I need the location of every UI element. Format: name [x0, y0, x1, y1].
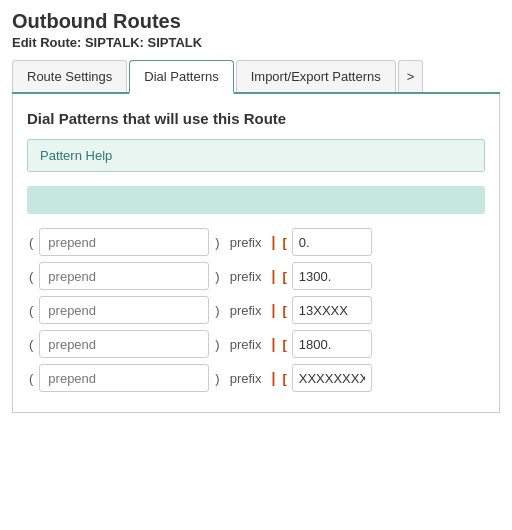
paren-open-1: ( — [27, 235, 35, 250]
bracket-open-5: [ — [281, 371, 287, 386]
dial-pattern-row: ( ) prefix | [ — [27, 296, 485, 324]
match-input-3[interactable] — [292, 296, 372, 324]
paren-open-4: ( — [27, 337, 35, 352]
pipe-separator-1: | — [269, 234, 277, 250]
tabs-bar: Route Settings Dial Patterns Import/Expo… — [12, 60, 500, 94]
content-panel: Dial Patterns that will use this Route P… — [12, 94, 500, 413]
tab-route-settings[interactable]: Route Settings — [12, 60, 127, 92]
pattern-help-label: Pattern Help — [40, 148, 112, 163]
paren-close-2: ) — [213, 269, 221, 284]
pipe-separator-2: | — [269, 268, 277, 284]
page-container: Outbound Routes Edit Route: SIPTALK: SIP… — [0, 0, 512, 425]
match-input-2[interactable] — [292, 262, 372, 290]
prepend-input-2[interactable] — [39, 262, 209, 290]
paren-close-4: ) — [213, 337, 221, 352]
match-input-1[interactable] — [292, 228, 372, 256]
bracket-open-4: [ — [281, 337, 287, 352]
paren-close-3: ) — [213, 303, 221, 318]
page-subtitle: Edit Route: SIPTALK: SIPTALK — [12, 35, 500, 50]
prefix-label-4: prefix — [226, 337, 266, 352]
match-input-5[interactable] — [292, 364, 372, 392]
dial-pattern-row: ( ) prefix | [ — [27, 262, 485, 290]
paren-open-2: ( — [27, 269, 35, 284]
tab-import-export[interactable]: Import/Export Patterns — [236, 60, 396, 92]
pipe-separator-3: | — [269, 302, 277, 318]
green-bar — [27, 186, 485, 214]
dial-pattern-row: ( ) prefix | [ — [27, 364, 485, 392]
prefix-label-1: prefix — [226, 235, 266, 250]
paren-open-3: ( — [27, 303, 35, 318]
prepend-input-4[interactable] — [39, 330, 209, 358]
bracket-open-1: [ — [281, 235, 287, 250]
section-title: Dial Patterns that will use this Route — [27, 110, 485, 127]
match-input-4[interactable] — [292, 330, 372, 358]
paren-close-5: ) — [213, 371, 221, 386]
prefix-label-3: prefix — [226, 303, 266, 318]
paren-close-1: ) — [213, 235, 221, 250]
prefix-label-5: prefix — [226, 371, 266, 386]
page-title: Outbound Routes — [12, 10, 500, 33]
dial-pattern-row: ( ) prefix | [ — [27, 330, 485, 358]
prepend-input-1[interactable] — [39, 228, 209, 256]
tab-overflow[interactable]: > — [398, 60, 424, 92]
prefix-label-2: prefix — [226, 269, 266, 284]
bracket-open-2: [ — [281, 269, 287, 284]
prepend-input-3[interactable] — [39, 296, 209, 324]
tab-dial-patterns[interactable]: Dial Patterns — [129, 60, 233, 94]
pattern-help-box[interactable]: Pattern Help — [27, 139, 485, 172]
prepend-input-5[interactable] — [39, 364, 209, 392]
paren-open-5: ( — [27, 371, 35, 386]
pipe-separator-4: | — [269, 336, 277, 352]
bracket-open-3: [ — [281, 303, 287, 318]
dial-pattern-row: ( ) prefix | [ — [27, 228, 485, 256]
pipe-separator-5: | — [269, 370, 277, 386]
